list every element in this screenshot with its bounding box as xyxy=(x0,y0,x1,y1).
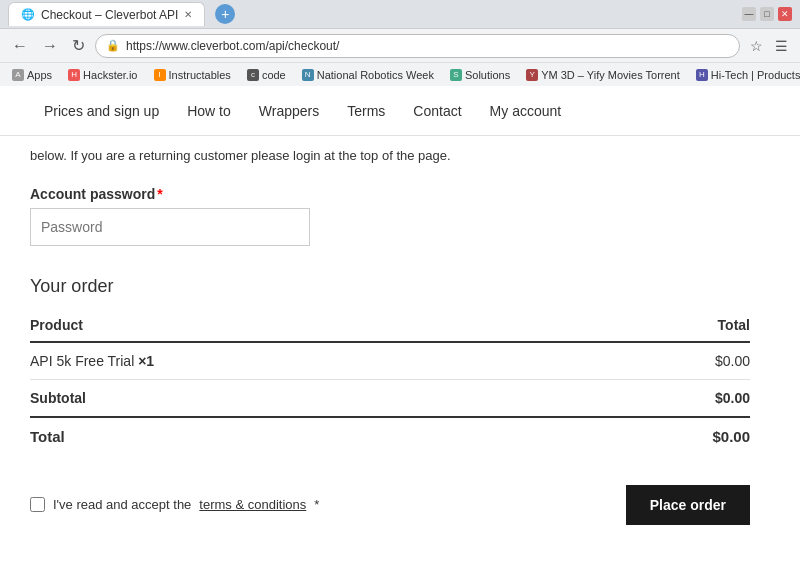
minimize-button[interactable]: — xyxy=(742,7,756,21)
nav-myaccount[interactable]: My account xyxy=(476,86,576,136)
main-content: below. If you are a returning customer p… xyxy=(0,136,780,552)
bookmark-hackster[interactable]: H Hackster.io xyxy=(64,67,141,83)
bookmark-hackster-label: Hackster.io xyxy=(83,69,137,81)
bookmark-solutions-favicon: S xyxy=(450,69,462,81)
star-button[interactable]: ☆ xyxy=(746,36,767,56)
bookmark-robotics-label: National Robotics Week xyxy=(317,69,434,81)
bookmark-solutions[interactable]: S Solutions xyxy=(446,67,514,83)
bookmark-hitech-favicon: H xyxy=(696,69,708,81)
bookmark-apps[interactable]: A Apps xyxy=(8,67,56,83)
lock-icon: 🔒 xyxy=(106,39,120,52)
total-cell: $0.00 xyxy=(583,342,750,380)
order-table: Product Total API 5k Free Trial ×1 $0.00… xyxy=(30,309,750,455)
intro-text: below. If you are a returning customer p… xyxy=(30,136,750,166)
reload-button[interactable]: ↻ xyxy=(68,34,89,57)
maximize-button[interactable]: □ xyxy=(760,7,774,21)
bookmark-yify[interactable]: Y YM 3D – Yify Movies Torrent xyxy=(522,67,684,83)
nav-contact[interactable]: Contact xyxy=(399,86,475,136)
required-marker: * xyxy=(157,186,162,202)
product-cell: API 5k Free Trial ×1 xyxy=(30,342,583,380)
total-value: $0.00 xyxy=(583,417,750,455)
terms-link[interactable]: terms & conditions xyxy=(199,497,306,512)
new-tab-button[interactable]: + xyxy=(215,4,235,24)
nav-wrappers[interactable]: Wrappers xyxy=(245,86,333,136)
product-column-header: Product xyxy=(30,309,583,342)
url-text: https://www.cleverbot.com/api/checkout/ xyxy=(126,39,339,53)
terms-asterisk: * xyxy=(314,497,319,512)
nav-howto[interactable]: How to xyxy=(173,86,245,136)
place-order-button[interactable]: Place order xyxy=(626,485,750,525)
total-column-header: Total xyxy=(583,309,750,342)
menu-button[interactable]: ☰ xyxy=(771,36,792,56)
bookmark-hitech[interactable]: H Hi-Tech | Products xyxy=(692,67,800,83)
site-nav: Prices and sign up How to Wrappers Terms… xyxy=(0,86,800,136)
bookmark-hitech-label: Hi-Tech | Products xyxy=(711,69,800,81)
subtotal-value: $0.00 xyxy=(583,379,750,417)
password-label: Account password* xyxy=(30,186,750,202)
nav-prices[interactable]: Prices and sign up xyxy=(30,86,173,136)
table-header-row: Product Total xyxy=(30,309,750,342)
password-form-group: Account password* xyxy=(30,186,750,246)
terms-text: I've read and accept the xyxy=(53,497,191,512)
order-title: Your order xyxy=(30,276,750,297)
address-bar[interactable]: 🔒 https://www.cleverbot.com/api/checkout… xyxy=(95,34,740,58)
terms-checkbox[interactable] xyxy=(30,497,45,512)
order-section: Your order Product Total API 5k Free Tri… xyxy=(30,276,750,455)
forward-button[interactable]: → xyxy=(38,35,62,57)
footer-actions: I've read and accept the terms & conditi… xyxy=(30,485,750,525)
bookmark-solutions-label: Solutions xyxy=(465,69,510,81)
bookmark-yify-label: YM 3D – Yify Movies Torrent xyxy=(541,69,680,81)
nav-bar: ← → ↻ 🔒 https://www.cleverbot.com/api/ch… xyxy=(0,28,800,62)
back-button[interactable]: ← xyxy=(8,35,32,57)
total-row: Total $0.00 xyxy=(30,417,750,455)
tab-title: Checkout – Cleverbot API xyxy=(41,8,178,22)
bookmark-robotics[interactable]: N National Robotics Week xyxy=(298,67,438,83)
bookmark-robotics-favicon: N xyxy=(302,69,314,81)
total-label: Total xyxy=(30,417,583,455)
nav-extra-buttons: ☆ ☰ xyxy=(746,36,792,56)
bookmarks-bar: A Apps H Hackster.io I Instructables c c… xyxy=(0,62,800,86)
browser-chrome: 🌐 Checkout – Cleverbot API ✕ + — □ ✕ ← →… xyxy=(0,0,800,86)
subtotal-label: Subtotal xyxy=(30,379,583,417)
bookmark-code-label: code xyxy=(262,69,286,81)
bookmark-yify-favicon: Y xyxy=(526,69,538,81)
bookmark-apps-favicon: A xyxy=(12,69,24,81)
bookmark-instructables[interactable]: I Instructables xyxy=(150,67,235,83)
table-row: API 5k Free Trial ×1 $0.00 xyxy=(30,342,750,380)
bookmark-code-favicon: c xyxy=(247,69,259,81)
tab-close-button[interactable]: ✕ xyxy=(184,9,192,20)
subtotal-row: Subtotal $0.00 xyxy=(30,379,750,417)
close-button[interactable]: ✕ xyxy=(778,7,792,21)
window-controls: — □ ✕ xyxy=(742,7,792,21)
page-content: Prices and sign up How to Wrappers Terms… xyxy=(0,86,800,552)
bookmark-hackster-favicon: H xyxy=(68,69,80,81)
browser-tab[interactable]: 🌐 Checkout – Cleverbot API ✕ xyxy=(8,2,205,26)
password-input[interactable] xyxy=(30,208,310,246)
bookmark-code[interactable]: c code xyxy=(243,67,290,83)
nav-terms[interactable]: Terms xyxy=(333,86,399,136)
title-bar: 🌐 Checkout – Cleverbot API ✕ + — □ ✕ xyxy=(0,0,800,28)
bookmark-instructables-favicon: I xyxy=(154,69,166,81)
bookmark-apps-label: Apps xyxy=(27,69,52,81)
bookmark-instructables-label: Instructables xyxy=(169,69,231,81)
terms-check-area: I've read and accept the terms & conditi… xyxy=(30,497,319,512)
